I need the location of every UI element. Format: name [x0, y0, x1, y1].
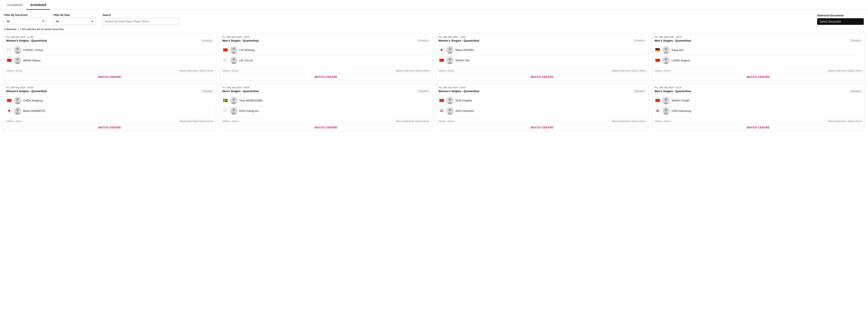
player-name-1: WANG Manyu [23, 59, 41, 62]
card-event-name: Women's Singles - Quarterfinal [439, 39, 479, 42]
status-badge: Scheduled [417, 89, 429, 93]
card-footer: Infinity ∞ Arena Macao East Asian Games … [220, 118, 432, 124]
player-avatar-0 [230, 46, 238, 54]
player-avatar-1 [14, 107, 22, 115]
card-footer: Infinity ∞ Arena Macao East Asian Games … [4, 118, 216, 124]
card-title: Men's Singles - Quarterfinal Scheduled [222, 89, 430, 93]
player-flag-0: 🇨🇳 [439, 98, 444, 103]
card-footer: Infinity ∞ Arena Macao East Asian Games … [652, 68, 864, 74]
player-row: 🇨🇳 LIANG Jingkun [655, 55, 862, 65]
match-centre-button[interactable]: MATCH CENTRE [652, 74, 864, 80]
player-row: 🇨🇳 WANG Yidi [439, 55, 646, 65]
match-centre-button[interactable]: MATCH CENTRE [436, 124, 648, 131]
match-count-note: * All matches are in venue local time [20, 28, 64, 31]
card-header: Fri, 13th Sep 2024 - 13:05 Men's Singles… [220, 33, 432, 43]
search-group: Search [102, 13, 179, 25]
match-centre-button[interactable]: MATCH CENTRE [652, 124, 864, 131]
tab-scheduled[interactable]: Scheduled [27, 0, 50, 9]
venue: Infinity ∞ Arena [222, 70, 238, 72]
player-row: 🇨🇳 CHEN Xingtong [6, 95, 213, 106]
card-footer: Infinity ∞ Arena Macao East Asian Games … [4, 68, 216, 74]
match-card: Fri, 13th Sep 2024 - 19:40 Women's Singl… [436, 84, 649, 131]
player-avatar-1 [446, 56, 454, 64]
player-row: 🇨🇳 SUN Yingsha [439, 95, 646, 106]
player-avatar-0 [662, 97, 670, 104]
player-name-0: WANG Chuqin [672, 99, 689, 102]
card-body: 🇨🇳 CHEN Xingtong 🇯🇵 Miwa HARIMOTO [4, 93, 216, 117]
card-event-name: Women's Singles - Quarterfinal [6, 39, 47, 42]
player-flag-1: 🇨🇳 [6, 58, 12, 62]
card-footer: Infinity ∞ Arena Macao East Asian Games … [436, 118, 648, 124]
card-date: Fri, 13th Sep 2024 - 18:30 [6, 86, 213, 89]
player-avatar-0 [446, 97, 454, 104]
sub-event-label: Filter By Sub Event [4, 13, 46, 17]
player-flag-1: 🇯🇵 [6, 109, 12, 113]
player-name-0: LIN Shidong [239, 48, 255, 52]
svg-point-4 [16, 58, 19, 61]
svg-point-25 [16, 98, 19, 101]
download-label: Download Documents [817, 14, 864, 17]
match-centre-button[interactable]: MATCH CENTRE [4, 124, 216, 131]
date-label: Filter By Date [54, 13, 96, 17]
card-date: Fri, 13th Sep 2024 - 12:30 [6, 36, 213, 38]
match-card: Fri, 13th Sep 2024 - 13:40 Women's Singl… [436, 33, 649, 80]
tab-completed[interactable]: Completed [3, 0, 27, 9]
svg-point-40 [448, 108, 452, 111]
player-flag-0: 🇨🇳 [6, 98, 12, 103]
player-flag-0: 🇯🇵 [439, 48, 444, 52]
location: Macao East Asian Games Dome [180, 120, 213, 122]
search-input[interactable] [102, 18, 179, 25]
filters-bar: Filter By Sub Event All Filter By Date A… [0, 10, 868, 27]
card-title: Women's Singles - Quarterfinal Scheduled [439, 39, 646, 42]
player-avatar-1 [230, 56, 238, 64]
match-card: Fri, 13th Sep 2024 - 12:30 Women's Singl… [3, 33, 216, 80]
player-flag-0: 🇨🇳 [655, 98, 660, 103]
player-avatar-1 [446, 107, 454, 115]
card-date: Fri, 13th Sep 2024 - 19:40 [439, 86, 646, 89]
sub-event-filter: Filter By Sub Event All [4, 13, 46, 25]
card-title: Women's Singles - Quarterfinal Scheduled [6, 89, 213, 93]
match-count-number: 8 Matches [4, 28, 17, 31]
status-badge: Scheduled [633, 39, 646, 42]
player-flag-1: 🇰🇷 [655, 109, 660, 113]
player-row: 🇨🇳 LIN Shidong [222, 45, 430, 55]
player-avatar-0 [446, 46, 454, 54]
date-filter: Filter By Date All [54, 13, 96, 25]
match-centre-button[interactable]: MATCH CENTRE [220, 124, 432, 131]
player-name-1: KAO Cheng-Jui [239, 109, 258, 112]
sub-event-select[interactable]: All [4, 18, 46, 25]
svg-point-1 [16, 48, 19, 51]
match-centre-button[interactable]: MATCH CENTRE [436, 74, 648, 80]
card-body: 🇯🇵 Miyuu KIHARA 🇨🇳 WANG Yidi [436, 43, 648, 67]
player-flag-1: 🇨🇳 [439, 58, 444, 62]
player-flag-0: 🏳️ [6, 48, 12, 52]
card-footer: Infinity ∞ Arena Macao East Asian Games … [436, 68, 648, 74]
download-group: Download Documents Select Document [817, 14, 864, 25]
svg-point-19 [664, 48, 668, 51]
search-label: Search [102, 13, 179, 17]
card-body: 🇨🇳 SUN Yingsha 🇰🇷 JOO Cheonhui [436, 93, 648, 117]
player-avatar-1 [230, 107, 238, 115]
player-name-0: CHENG I-Ching [23, 48, 42, 52]
card-event-name: Men's Singles - Quarterfinal [655, 39, 691, 42]
match-centre-button[interactable]: MATCH CENTRE [220, 74, 432, 80]
card-event-name: Men's Singles - Quarterfinal [655, 89, 691, 93]
download-select[interactable]: Select Document [817, 18, 864, 25]
svg-point-31 [232, 98, 235, 101]
player-avatar-0 [230, 97, 238, 104]
player-name-1: JOO Cheonhui [456, 109, 474, 112]
tab-nav: Completed Scheduled [0, 0, 868, 10]
date-select[interactable]: All [54, 18, 96, 25]
svg-point-34 [232, 108, 235, 111]
card-event-name: Women's Singles - Quarterfinal [439, 89, 479, 93]
match-centre-button[interactable]: MATCH CENTRE [4, 74, 216, 80]
card-date: Fri, 13th Sep 2024 - 19:05 [222, 86, 430, 89]
player-avatar-1 [662, 56, 670, 64]
card-title: Men's Singles - Quarterfinal Scheduled [655, 39, 862, 42]
card-title: Women's Singles - Quarterfinal Scheduled [6, 39, 213, 42]
card-date: Fri, 13th Sep 2024 - 14:15 [655, 36, 862, 38]
player-row: 🇩🇪 Dang QIU [655, 45, 862, 55]
card-header: Fri, 13th Sep 2024 - 14:15 Men's Singles… [652, 33, 864, 43]
player-row: 🇯🇵 Miwa HARIMOTO [6, 106, 213, 116]
player-name-1: LIN Yun-Ju [239, 59, 253, 62]
